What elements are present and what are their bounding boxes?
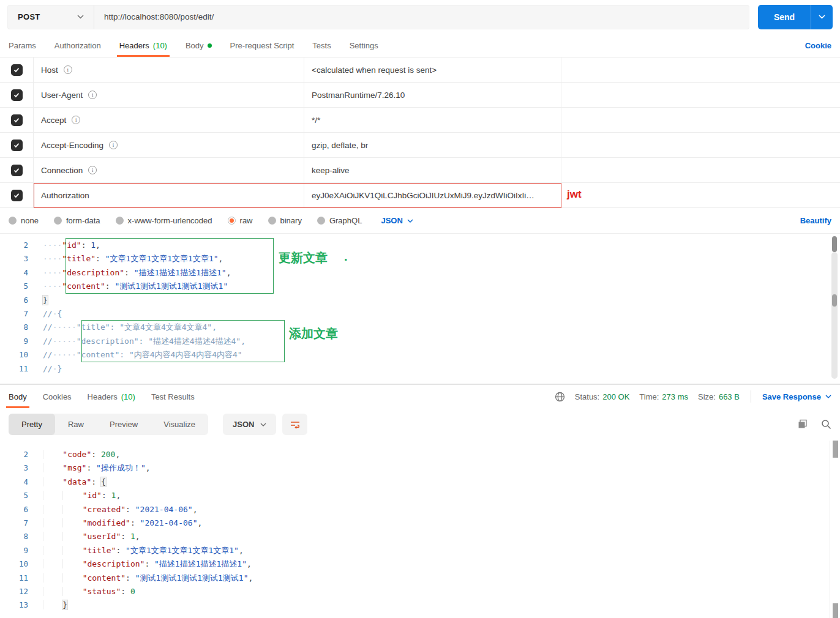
scrollbar-thumb[interactable] <box>832 294 837 307</box>
code-line: 8//·····"title": "文章4文章4文章4文章4", <box>0 321 840 334</box>
header-key-cell[interactable]: Connection i <box>34 158 304 182</box>
tab-test-results[interactable]: Test Results <box>151 385 195 408</box>
view-pretty[interactable]: Pretty <box>9 414 55 435</box>
checkbox-cell <box>0 108 34 132</box>
header-key-cell[interactable]: User-Agent i <box>34 83 304 107</box>
code-token: ···· <box>43 281 62 291</box>
tab-authorization[interactable]: Authorization <box>54 34 101 57</box>
code-token: : <box>81 240 91 250</box>
response-toolbar: Pretty Raw Preview Visualize JSON <box>0 408 840 441</box>
code-token: ····· <box>53 350 77 359</box>
cookie-link[interactable]: Cookie <box>805 41 831 50</box>
code-token: // <box>43 309 53 318</box>
scrollbar-track[interactable] <box>831 252 838 379</box>
header-value-cell[interactable]: keep-alive <box>304 158 561 182</box>
code-token: "title" <box>62 254 96 263</box>
checkbox-checked[interactable] <box>11 165 23 176</box>
mode-form-data[interactable]: form-data <box>54 216 100 225</box>
code-line: 5····"content": "测试1测试1测试1测试1测试1" <box>0 280 840 293</box>
save-response-label: Save Response <box>762 392 821 401</box>
checkbox-checked[interactable] <box>11 64 23 76</box>
code-token: } <box>62 600 67 609</box>
header-key-cell[interactable]: Accept i <box>34 108 304 132</box>
radio-icon <box>54 217 62 225</box>
tab-pre-request-script[interactable]: Pre-request Script <box>230 34 294 57</box>
mode-raw[interactable]: raw <box>228 216 253 225</box>
line-number: 13 <box>0 598 34 612</box>
mode-x-www-form-urlencoded[interactable]: x-www-form-urlencoded <box>116 216 212 225</box>
code-token: } <box>43 296 48 305</box>
scrollbar-thumb[interactable] <box>833 603 838 618</box>
request-code: 2····"id": 1,3····"title": "文章1文章1文章1文章1… <box>0 239 840 376</box>
view-visualize[interactable]: Visualize <box>151 414 208 435</box>
code-token: // <box>43 322 53 332</box>
code-token: // <box>43 337 53 346</box>
copy-icon[interactable] <box>798 419 808 430</box>
beautify-link[interactable]: Beautify <box>800 216 831 225</box>
header-key-cell[interactable]: Host i <box>34 58 304 82</box>
header-key-cell[interactable]: Accept-Encoding i <box>34 133 304 157</box>
header-value-cell[interactable]: gzip, deflate, br <box>304 133 561 157</box>
header-value-cell[interactable]: eyJ0eXAiOiJKV1QiLCJhbGciOiJIUzUxMiJ9.eyJ… <box>304 183 561 207</box>
search-icon[interactable] <box>821 419 831 430</box>
code-text: "msg": "操作成功！", <box>43 461 151 475</box>
tab-label: Cookies <box>43 392 72 401</box>
tab-count: (10) <box>153 41 167 50</box>
request-body-editor[interactable]: 2····"id": 1,3····"title": "文章1文章1文章1文章1… <box>0 234 840 384</box>
code-line: 9//·····"description": "描述4描述4描述4描述4", <box>0 335 840 348</box>
code-token: "测试1测试1测试1测试1测试1" <box>114 281 228 291</box>
tab-response-headers[interactable]: Headers (10) <box>88 385 135 408</box>
send-options-button[interactable] <box>811 5 833 29</box>
code-token <box>62 505 82 514</box>
tab-tests[interactable]: Tests <box>312 34 331 57</box>
tab-body[interactable]: Body <box>186 34 212 57</box>
scrollbar-thumb[interactable] <box>833 441 838 458</box>
mode-graphql[interactable]: GraphQL <box>317 216 362 225</box>
wrap-text-button[interactable] <box>282 414 307 435</box>
response-body-editor[interactable]: 2 "code": 200,3 "msg": "操作成功！",4 "data":… <box>0 441 840 618</box>
line-number: 8 <box>0 321 34 334</box>
save-response-button[interactable]: Save Response <box>762 392 831 401</box>
header-value-cell[interactable]: */* <box>304 108 561 132</box>
header-value: keep-alive <box>312 166 350 175</box>
chevron-down-icon <box>260 423 266 426</box>
header-value-cell[interactable]: PostmanRuntime/7.26.10 <box>304 83 561 107</box>
code-token: : <box>121 587 130 596</box>
chevron-down-icon <box>77 15 84 19</box>
line-number: 2 <box>0 448 34 461</box>
code-token: "code" <box>62 450 91 459</box>
tab-params[interactable]: Params <box>9 34 36 57</box>
code-line: 10 "description": "描述1描述1描述1描述1", <box>0 557 840 571</box>
response-tabs-bar: Body Cookies Headers (10) Test Results S… <box>0 384 840 408</box>
send-button[interactable]: Send <box>758 5 811 29</box>
tab-settings[interactable]: Settings <box>350 34 378 57</box>
code-line: 10//·····"content": "内容4内容4内容4内容4内容4" <box>0 348 840 362</box>
checkbox-checked[interactable] <box>11 114 23 126</box>
header-key-cell[interactable]: Authorization <box>34 183 304 207</box>
method-select[interactable]: POST <box>7 5 94 29</box>
view-preview[interactable]: Preview <box>97 414 151 435</box>
method-label: POST <box>18 12 40 21</box>
response-meta: Status: 200 OK Time: 273 ms Size: 663 B … <box>555 390 831 403</box>
tab-response-body[interactable]: Body <box>9 385 27 408</box>
code-token <box>62 518 82 527</box>
checkbox-checked[interactable] <box>11 190 23 201</box>
tab-response-cookies[interactable]: Cookies <box>43 385 72 408</box>
scrollbar-thumb[interactable] <box>832 236 837 252</box>
body-language-select[interactable]: JSON <box>381 216 413 225</box>
header-key: Host <box>41 65 58 75</box>
mode-none[interactable]: none <box>9 216 39 225</box>
url-input[interactable]: http://localhost:8080/post/edit/ <box>94 5 749 29</box>
mode-binary[interactable]: binary <box>268 216 302 225</box>
language-label: JSON <box>381 216 402 225</box>
response-language-select[interactable]: JSON <box>223 414 276 435</box>
checkbox-checked[interactable] <box>11 89 23 101</box>
header-value-cell[interactable]: <calculated when request is sent> <box>304 58 561 82</box>
code-line: 5 "id": 1, <box>0 489 840 502</box>
code-token: "title": "文章4文章4文章4文章4", <box>77 322 217 332</box>
checkbox-checked[interactable] <box>11 140 23 151</box>
view-raw[interactable]: Raw <box>55 414 97 435</box>
code-text: "title": "文章1文章1文章1文章1文章1", <box>43 544 244 557</box>
text-wrap-icon <box>290 420 301 430</box>
tab-headers[interactable]: Headers (10) <box>119 34 167 57</box>
